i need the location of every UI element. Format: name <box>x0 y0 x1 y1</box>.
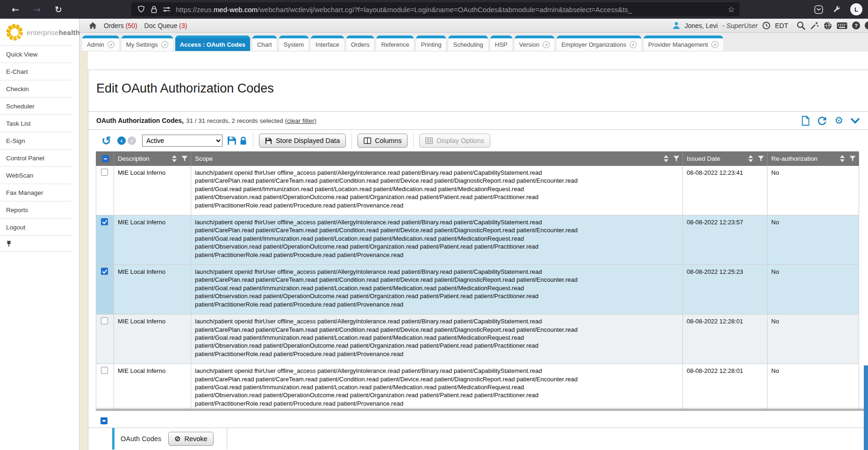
table-row[interactable]: MIE Local Inferno launch/patient openid … <box>96 166 859 215</box>
save-filter-icon[interactable] <box>227 136 237 145</box>
clipped-icon[interactable] <box>865 21 868 29</box>
wrench-icon[interactable] <box>832 5 841 14</box>
sidebar-item-checkin[interactable]: Checkin <box>0 80 79 98</box>
tab-reference[interactable]: Reference <box>376 36 414 51</box>
clear-filter-link[interactable]: clear filter <box>287 117 315 124</box>
globe-icon[interactable] <box>824 21 832 30</box>
row-issued-date: 08-08-2022 12:28:01 <box>683 364 768 409</box>
tab-interface[interactable]: Interface <box>311 36 344 51</box>
vertical-scrollbar-thumb[interactable] <box>864 365 868 450</box>
home-icon[interactable] <box>89 22 97 29</box>
row-checkbox[interactable] <box>101 268 108 275</box>
scope-line: patient/CarePlan.read patient/CareTeam.r… <box>195 276 679 284</box>
row-description: MIE Local Inferno <box>114 166 191 215</box>
footer-select-all-checkbox[interactable] <box>100 417 108 424</box>
tab-hsp[interactable]: HSP <box>490 36 512 51</box>
row-checkbox[interactable] <box>101 317 108 324</box>
tab-access-oauth-codes[interactable]: Access : OAuth Codes <box>175 36 250 51</box>
tab-scheduling[interactable]: Scheduling <box>448 36 488 51</box>
collapse-chevron-icon[interactable] <box>851 118 860 124</box>
browser-reload-button[interactable]: ↻ <box>50 4 66 14</box>
filter-funnel-icon[interactable] <box>673 156 680 162</box>
row-checkbox[interactable] <box>101 367 108 374</box>
tab-employer-organizations[interactable]: Employer Organizations ↗ <box>557 36 641 51</box>
sidebar-item-webscan[interactable]: WebScan <box>0 167 79 184</box>
filter-funnel-icon[interactable] <box>849 156 856 162</box>
shield-icon[interactable] <box>137 5 145 14</box>
url-bar[interactable]: https://zeus.med-web.com/webchart/wctlev… <box>131 2 739 16</box>
table-row[interactable]: MIE Local Inferno launch/patient openid … <box>96 215 859 265</box>
tab-my-settings[interactable]: My Settings ↗ <box>122 36 173 51</box>
sort-icon[interactable] <box>748 155 753 162</box>
permissions-icon[interactable] <box>163 6 171 13</box>
scope-line: patient/PractitionerRole.read patient/Pr… <box>195 350 679 358</box>
sort-icon[interactable] <box>840 155 845 162</box>
tab-system[interactable]: System <box>279 36 308 51</box>
tab-version[interactable]: Version ↗ <box>515 36 554 51</box>
filter-funnel-icon[interactable] <box>181 156 188 162</box>
row-checkbox[interactable] <box>101 218 108 225</box>
sidebar-item-task-list[interactable]: Task List <box>0 115 79 132</box>
revoke-button[interactable]: ⊘ Revoke <box>168 432 214 446</box>
settings-gear-icon[interactable]: ⚙ <box>834 116 843 126</box>
columns-button[interactable]: Columns <box>358 134 408 148</box>
orders-link[interactable]: Orders (50) <box>104 22 137 29</box>
select-all-checkbox[interactable] <box>102 155 109 162</box>
column-header-description[interactable]: Description <box>114 151 191 166</box>
sort-icon[interactable] <box>172 155 177 162</box>
table-row[interactable]: MIE Local Inferno launch/patient openid … <box>96 314 859 364</box>
new-document-icon[interactable] <box>802 116 810 126</box>
next-page-button[interactable]: › <box>128 136 136 145</box>
sidebar-item-fax-manager[interactable]: Fax Manager <box>0 184 79 201</box>
column-header-scope[interactable]: Scope <box>191 151 683 166</box>
tab-chart[interactable]: Chart <box>252 36 277 51</box>
sidebar-item-reports[interactable]: Reports <box>0 201 79 219</box>
tab-orders[interactable]: Orders <box>346 36 374 51</box>
browser-forward-button[interactable]: → <box>29 4 45 14</box>
lock-filter-icon[interactable] <box>239 136 247 145</box>
horizontal-scrollbar[interactable] <box>96 409 864 414</box>
display-options-button[interactable]: Display Options <box>419 134 490 148</box>
clock-icon[interactable] <box>762 21 770 29</box>
sort-icon[interactable] <box>664 155 668 162</box>
sidebar-item-control-panel[interactable]: Control Panel <box>0 150 79 167</box>
sidebar-item-label: Scheduler <box>6 103 35 110</box>
table-row[interactable]: MIE Local Inferno launch/patient openid … <box>96 364 859 409</box>
lock-icon[interactable] <box>151 6 158 14</box>
help-icon[interactable]: ? <box>852 21 860 29</box>
refresh-icon[interactable] <box>817 116 827 126</box>
prev-page-button[interactable]: ‹ <box>117 136 126 145</box>
saved-filter-select[interactable]: Active <box>142 135 222 147</box>
row-reauthorization: No <box>768 265 859 314</box>
tab-printing[interactable]: Printing <box>416 36 446 51</box>
select-all-header[interactable] <box>96 151 114 166</box>
browser-profile-avatar[interactable]: L <box>850 3 862 15</box>
user-name[interactable]: Jones, Levi <box>685 22 718 29</box>
row-checkbox[interactable] <box>101 169 108 176</box>
pocket-icon[interactable] <box>814 5 823 14</box>
sidebar-item-e-sign[interactable]: E-Sign <box>0 132 79 150</box>
tab-provider-management[interactable]: Provider Management ↗ <box>644 36 723 51</box>
row-reauthorization: No <box>768 314 859 364</box>
sidebar-item-logout[interactable]: Logout <box>0 219 79 236</box>
filter-funnel-icon[interactable] <box>758 156 764 162</box>
doc-queue-link[interactable]: Doc Queue (3) <box>144 22 187 29</box>
search-icon[interactable] <box>796 21 805 30</box>
sidebar-item-quick-view[interactable]: Quick View <box>0 46 79 63</box>
undo-icon[interactable]: ↺ <box>101 135 111 147</box>
column-header-reauthorization[interactable]: Re-authorization <box>768 151 859 166</box>
store-displayed-data-button[interactable]: Store Displayed Data <box>259 134 346 148</box>
column-header-issued-date[interactable]: Issued Date <box>683 151 768 166</box>
keyboard-icon[interactable] <box>837 22 847 29</box>
sidebar-pin[interactable] <box>0 236 79 252</box>
wand-icon[interactable] <box>810 21 819 30</box>
table-row[interactable]: MIE Local Inferno launch/patient openid … <box>96 265 859 314</box>
browser-back-button[interactable]: ← <box>7 4 23 14</box>
bookmark-star-icon[interactable]: ☆ <box>728 5 735 14</box>
sidebar-item-e-chart[interactable]: E-Chart <box>0 63 79 80</box>
tab-label: System <box>284 41 304 48</box>
sidebar-item-scheduler[interactable]: Scheduler <box>0 98 79 115</box>
scope-line: launch/patient openid fhirUser offline_a… <box>195 268 679 276</box>
tab-admin[interactable]: Admin ↗ <box>82 36 119 51</box>
oauth-codes-footer-tab[interactable]: OAuth Codes ⊘ Revoke <box>112 428 227 450</box>
